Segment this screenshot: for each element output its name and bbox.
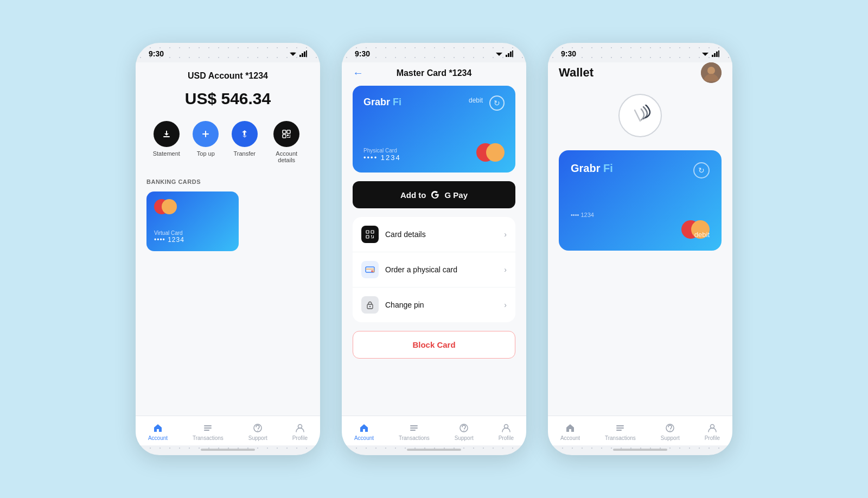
physical-card-label: Physical Card bbox=[363, 148, 401, 154]
wallet-brand: Grabr Fi bbox=[571, 162, 613, 175]
wallet-fi: Fi bbox=[603, 162, 613, 174]
nav-transactions-label-2: Transactions bbox=[399, 435, 430, 441]
svg-point-55 bbox=[669, 430, 671, 431]
svg-rect-25 bbox=[512, 50, 513, 57]
bottom-nav-2: Account Transactions S bbox=[342, 416, 526, 445]
phone1-content: USD Account *1234 US$ 546.34 Statement bbox=[136, 62, 320, 416]
nav-support-label-1: Support bbox=[248, 435, 267, 441]
transfer-action[interactable]: Transfer bbox=[232, 121, 258, 163]
statement-icon bbox=[154, 121, 180, 147]
svg-rect-11 bbox=[283, 135, 286, 138]
status-bar-3: 9:30 bbox=[548, 43, 732, 62]
svg-rect-14 bbox=[287, 137, 290, 138]
nav-account-2[interactable]: Account bbox=[354, 423, 374, 441]
nav-transactions-2[interactable]: Transactions bbox=[399, 423, 430, 441]
nfc-waves-icon bbox=[629, 105, 651, 126]
svg-rect-28 bbox=[366, 235, 369, 238]
nav-support-1[interactable]: Support bbox=[248, 423, 267, 441]
time-3: 9:30 bbox=[561, 49, 576, 58]
home-indicator-2 bbox=[407, 449, 461, 451]
nav-transactions-3[interactable]: Transactions bbox=[605, 423, 636, 441]
phone2-inner: 9:30 ← Master Card *1234 bbox=[342, 43, 526, 455]
phone2-content: ← Master Card *1234 Grabr Fi ↻ debit bbox=[342, 62, 526, 416]
wallet-card-footer bbox=[571, 220, 710, 239]
svg-point-42 bbox=[463, 430, 464, 431]
nfc-icon-container bbox=[559, 94, 722, 137]
qr-menu-icon bbox=[366, 230, 374, 239]
nav-profile-3[interactable]: Profile bbox=[705, 423, 720, 441]
change-pin-item[interactable]: Change pin › bbox=[353, 288, 515, 322]
statement-action[interactable]: Statement bbox=[153, 121, 180, 163]
svg-rect-2 bbox=[299, 55, 301, 57]
bottom-nav-3: Account Transactions S bbox=[548, 416, 732, 445]
transfer-label: Transfer bbox=[233, 150, 256, 157]
pay-label: G Pay bbox=[444, 190, 468, 200]
change-pin-icon bbox=[361, 296, 379, 314]
wallet-card-top: Grabr Fi ↻ bbox=[571, 162, 710, 175]
svg-rect-8 bbox=[202, 133, 209, 135]
account-details-icon bbox=[273, 121, 299, 147]
card-brand: Grabr Fi bbox=[363, 97, 401, 108]
card-physical-icon bbox=[365, 264, 375, 275]
nav-profile-2[interactable]: Profile bbox=[499, 423, 514, 441]
add-to-pay-button[interactable]: Add to G Pay bbox=[353, 181, 515, 208]
card-detail-title: Master Card *1234 bbox=[397, 68, 472, 78]
signal-icon-3 bbox=[712, 50, 719, 57]
card-refresh-icon[interactable]: ↻ bbox=[489, 95, 505, 111]
nav-transactions-1[interactable]: Transactions bbox=[193, 423, 224, 441]
nav-transactions-label-1: Transactions bbox=[193, 435, 224, 441]
nav-support-2[interactable]: Support bbox=[455, 423, 474, 441]
wallet-debit-badge: debit bbox=[694, 231, 710, 239]
svg-rect-15 bbox=[204, 425, 212, 426]
wallet-refresh-icon[interactable]: ↻ bbox=[693, 162, 710, 178]
svg-rect-30 bbox=[373, 235, 374, 238]
order-physical-item[interactable]: Order a physical card › bbox=[353, 252, 515, 288]
time-1: 9:30 bbox=[149, 49, 164, 58]
block-card-button[interactable]: Block Card bbox=[353, 331, 515, 359]
svg-rect-40 bbox=[410, 430, 416, 431]
card-info-bottom: Virtual Card •••• 1234 bbox=[154, 230, 231, 244]
wifi-icon-1 bbox=[289, 50, 297, 57]
download-icon bbox=[162, 129, 171, 139]
wallet-card-display: Grabr Fi ↻ •••• 1234 bbox=[559, 150, 722, 251]
transactions-icon-3 bbox=[615, 423, 626, 433]
phones-container: 9:30 USD Account *1234 US$ 54 bbox=[114, 21, 754, 477]
topup-icon bbox=[193, 121, 219, 147]
wallet-grabr: Grabr bbox=[571, 162, 603, 174]
nav-profile-1[interactable]: Profile bbox=[292, 423, 308, 441]
status-icons-2 bbox=[495, 50, 513, 57]
order-physical-icon bbox=[361, 261, 379, 278]
svg-rect-4 bbox=[304, 52, 305, 57]
banking-cards-label: BANKING CARDS bbox=[146, 178, 309, 185]
topup-label: Top up bbox=[197, 150, 215, 157]
topup-action[interactable]: Top up bbox=[193, 121, 219, 163]
account-details-action[interactable]: Account details bbox=[270, 121, 303, 163]
svg-rect-17 bbox=[204, 430, 209, 431]
plus-icon bbox=[201, 129, 210, 139]
card-menu-list: Card details › Order a physica bbox=[353, 217, 515, 322]
home-icon-3 bbox=[565, 423, 576, 433]
home-icon-2 bbox=[359, 423, 369, 433]
status-icons-3 bbox=[701, 50, 719, 57]
avatar[interactable] bbox=[701, 62, 722, 83]
card-details-chevron: › bbox=[504, 230, 507, 239]
wallet-title: Wallet bbox=[559, 66, 593, 80]
card-details-item[interactable]: Card details › bbox=[353, 217, 515, 252]
svg-rect-26 bbox=[366, 231, 369, 233]
wallet-header: Wallet bbox=[559, 62, 722, 94]
wallet-card-bottom: •••• 1234 bbox=[571, 212, 710, 239]
support-icon-1 bbox=[252, 423, 263, 433]
nav-account-3[interactable]: Account bbox=[560, 423, 580, 441]
svg-rect-51 bbox=[616, 425, 624, 426]
nav-support-3[interactable]: Support bbox=[661, 423, 680, 441]
nav-profile-label-3: Profile bbox=[705, 435, 720, 441]
svg-rect-27 bbox=[371, 231, 374, 233]
svg-point-37 bbox=[369, 306, 371, 307]
svg-point-19 bbox=[257, 430, 258, 431]
phone-card-detail: 9:30 ← Master Card *1234 bbox=[342, 43, 526, 455]
mastercard-logo-p2 bbox=[476, 143, 505, 162]
svg-point-50 bbox=[707, 67, 715, 74]
nav-account-1[interactable]: Account bbox=[148, 423, 168, 441]
virtual-card[interactable]: Virtual Card •••• 1234 bbox=[146, 191, 239, 251]
back-button[interactable]: ← bbox=[353, 67, 363, 79]
